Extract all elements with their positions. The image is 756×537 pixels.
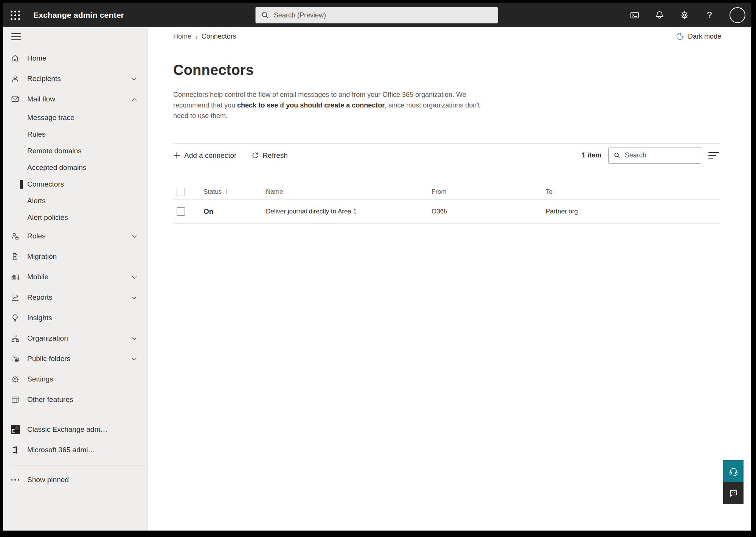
person-icon	[11, 74, 20, 83]
sidebar-item-recipients[interactable]: Recipients	[3, 68, 147, 89]
chevron-down-icon	[131, 335, 137, 341]
sidebar-divider	[11, 465, 144, 465]
sidebar-item-remote-domains[interactable]: Remote domains	[3, 143, 147, 159]
notifications-button[interactable]	[655, 10, 664, 20]
sidebar: Home Recipients Mail flow Message trace …	[3, 27, 148, 531]
row-checkbox[interactable]	[177, 207, 185, 216]
sidebar-item-show-pinned[interactable]: Show pinned	[3, 470, 147, 490]
sidebar-item-roles[interactable]: Roles	[3, 226, 147, 246]
sidebar-item-settings[interactable]: Settings	[3, 369, 147, 389]
chevron-down-icon	[131, 356, 137, 362]
sidebar-item-accepted-domains[interactable]: Accepted domains	[3, 159, 147, 176]
line-chart-icon	[11, 293, 20, 302]
app-window: Exchange admin center ?	[3, 3, 751, 531]
chevron-down-icon	[131, 76, 137, 82]
sidebar-item-migration[interactable]: Migration	[3, 246, 147, 267]
refresh-button[interactable]: Refresh	[251, 151, 288, 160]
gear-icon	[11, 375, 20, 384]
sort-ascending-icon: ↑	[225, 188, 228, 195]
add-connector-button[interactable]: Add a connector	[173, 151, 236, 160]
sidebar-item-rules[interactable]: Rules	[3, 126, 147, 143]
column-header-status[interactable]: Status ↑	[203, 188, 266, 196]
table-header-row: Status ↑ Name From To	[173, 184, 720, 200]
breadcrumb-separator-icon: ›	[195, 33, 198, 40]
feedback-bubble-icon	[728, 488, 739, 498]
mail-icon	[11, 95, 20, 104]
lightbulb-icon	[11, 313, 20, 322]
table-row[interactable]: On Deliver journal directly to Area 1 O3…	[173, 200, 720, 224]
cloud-shell-button[interactable]	[630, 10, 640, 20]
row-from: O365	[432, 208, 546, 215]
page-description: Connectors help control the flow of emai…	[173, 89, 495, 121]
classic-exchange-icon: E	[11, 425, 20, 434]
selected-indicator	[20, 180, 23, 189]
mobile-chart-icon	[11, 272, 20, 282]
column-header-name: Name	[266, 188, 432, 196]
settings-button[interactable]	[680, 10, 689, 20]
sidebar-item-organization[interactable]: Organization	[3, 328, 147, 349]
sidebar-item-home[interactable]: Home	[3, 48, 147, 68]
floating-buttons	[723, 460, 744, 504]
waffle-icon	[11, 11, 20, 20]
refresh-icon	[251, 152, 259, 159]
home-icon	[11, 54, 20, 63]
main-content: Home › Connectors Dark mode Connectors C…	[148, 27, 751, 531]
dark-mode-toggle[interactable]: Dark mode	[676, 32, 721, 40]
account-avatar[interactable]	[730, 7, 745, 23]
table-icon	[11, 395, 20, 404]
plus-icon	[173, 152, 180, 159]
sidebar-item-alert-policies[interactable]: Alert policies	[3, 209, 147, 226]
sidebar-item-other-features[interactable]: Other features	[3, 389, 147, 410]
connectors-table: Status ↑ Name From To On Deliver journal…	[173, 184, 720, 224]
gear-icon	[680, 10, 689, 20]
description-link[interactable]: check to see if you should create a conn…	[237, 101, 385, 109]
support-button[interactable]	[723, 460, 744, 482]
bell-icon	[655, 10, 664, 20]
page-title: Connectors	[173, 62, 751, 78]
sidebar-item-insights[interactable]: Insights	[3, 308, 147, 328]
list-search[interactable]	[609, 148, 701, 163]
breadcrumb: Home › Connectors	[173, 33, 751, 40]
terminal-icon	[630, 10, 640, 20]
sidebar-item-reports[interactable]: Reports	[3, 287, 147, 308]
headset-icon	[728, 466, 739, 476]
sidebar-divider	[11, 415, 144, 415]
topbar: Exchange admin center ?	[3, 3, 751, 27]
dark-mode-label: Dark mode	[688, 33, 721, 40]
sidebar-item-alerts[interactable]: Alerts	[3, 193, 147, 209]
app-title: Exchange admin center	[33, 11, 124, 20]
sidebar-item-connectors[interactable]: Connectors	[3, 176, 147, 193]
select-all-checkbox[interactable]	[177, 188, 185, 196]
person-badge-icon	[11, 232, 20, 241]
search-icon	[613, 152, 621, 159]
feedback-button[interactable]	[723, 482, 744, 504]
search-icon	[261, 11, 269, 19]
list-toolbar: Add a connector Refresh 1 item	[173, 143, 720, 167]
microsoft-365-icon	[11, 445, 20, 455]
chevron-down-icon	[131, 233, 137, 239]
sidebar-item-classic-exchange[interactable]: E Classic Exchange adm…	[3, 419, 147, 440]
row-name: Deliver journal directly to Area 1	[266, 208, 432, 215]
sidebar-item-public-folders[interactable]: Public folders	[3, 349, 147, 369]
sidebar-item-mail-flow[interactable]: Mail flow	[3, 89, 147, 109]
chevron-down-icon	[131, 294, 137, 300]
document-arrow-icon	[11, 252, 20, 261]
folder-globe-icon	[11, 354, 20, 363]
topbar-search-input[interactable]	[274, 11, 492, 19]
collapse-nav-button[interactable]	[11, 33, 21, 40]
help-icon: ?	[707, 10, 712, 20]
help-button[interactable]: ?	[705, 10, 714, 20]
topbar-search[interactable]	[255, 7, 498, 23]
moon-icon	[676, 32, 684, 40]
app-launcher-button[interactable]	[3, 3, 27, 27]
sidebar-item-message-trace[interactable]: Message trace	[3, 109, 147, 126]
row-status: On	[203, 207, 266, 216]
org-chart-icon	[11, 334, 20, 343]
breadcrumb-current: Connectors	[202, 33, 236, 40]
breadcrumb-home-link[interactable]: Home	[173, 33, 191, 40]
sidebar-item-microsoft-365[interactable]: Microsoft 365 admi…	[3, 440, 147, 460]
filter-button[interactable]	[708, 151, 720, 160]
chevron-up-icon	[131, 96, 137, 102]
sidebar-item-mobile[interactable]: Mobile	[3, 267, 147, 287]
list-search-input[interactable]	[625, 151, 713, 159]
